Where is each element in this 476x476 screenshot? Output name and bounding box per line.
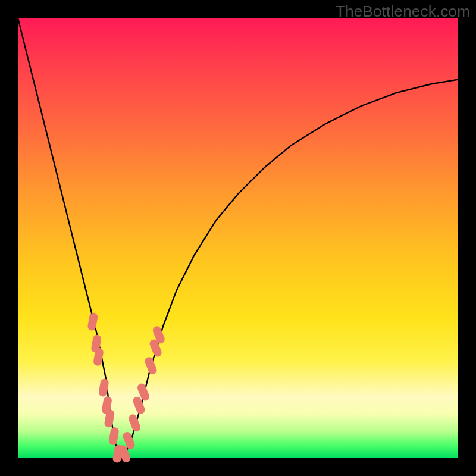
chart-frame: TheBottleneck.com [0, 0, 476, 476]
curve-marker [108, 427, 120, 446]
curve-markers [87, 312, 166, 464]
curve-marker [87, 312, 98, 331]
curve-marker [143, 356, 158, 375]
curve-marker [127, 413, 142, 433]
plot-area [18, 18, 458, 458]
chart-svg [18, 18, 458, 458]
bottleneck-curve [18, 18, 458, 458]
